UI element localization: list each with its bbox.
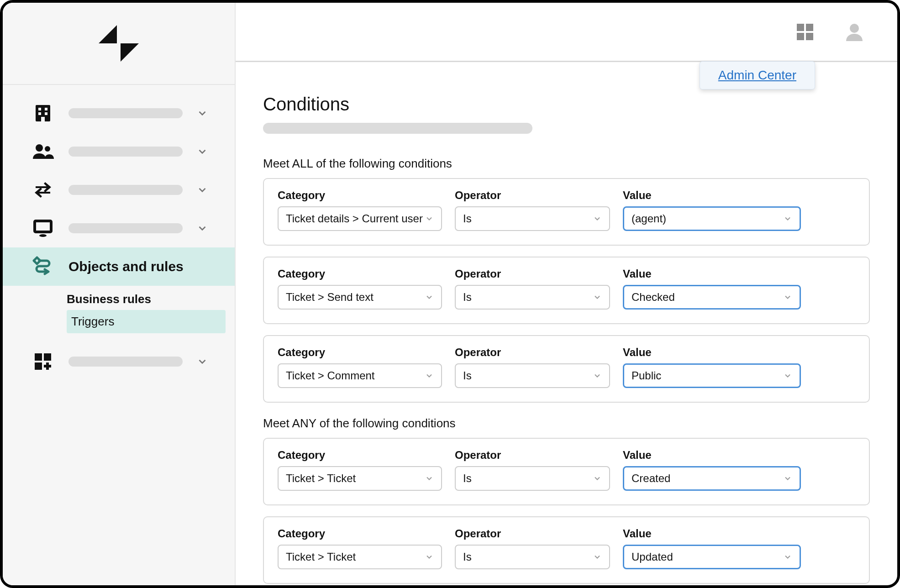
value-value: (agent): [632, 212, 666, 225]
sidebar-item-label: Objects and rules: [68, 259, 184, 274]
sidebar-item-objects-rules[interactable]: Objects and rules: [3, 247, 235, 286]
chevron-down-icon: [425, 371, 434, 380]
operator-value: Is: [463, 369, 472, 382]
operator-select[interactable]: Is: [455, 545, 610, 569]
apps-add-icon: [30, 351, 56, 373]
chevron-down-icon: [593, 293, 602, 302]
content: Conditions Meet ALL of the following con…: [236, 62, 897, 585]
chevron-down-icon: [783, 293, 792, 302]
value-select[interactable]: Updated: [623, 545, 801, 569]
chevron-down-icon: [195, 355, 209, 368]
sidebar-item-account[interactable]: [3, 94, 235, 132]
value-label: Value: [623, 268, 801, 280]
value-label: Value: [623, 527, 801, 540]
value-label: Value: [623, 449, 801, 462]
building-icon: [30, 102, 56, 124]
nav-placeholder: [68, 147, 183, 157]
svg-rect-3: [38, 112, 41, 115]
svg-rect-1: [38, 108, 41, 110]
arrows-exchange-icon: [30, 179, 56, 201]
people-icon: [30, 141, 56, 163]
condition-card: CategoryTicket details > Current userOpe…: [263, 178, 870, 246]
category-select[interactable]: Ticket details > Current user: [278, 206, 442, 231]
category-select[interactable]: Ticket > Ticket: [278, 466, 442, 491]
condition-card: CategoryTicket > Send textOperatorIsValu…: [263, 257, 870, 324]
svg-rect-8: [35, 221, 51, 232]
monitor-icon: [30, 217, 56, 239]
condition-row: CategoryTicket > TicketOperatorIsValueCr…: [278, 449, 855, 491]
condition-row: CategoryTicket > TicketOperatorIsValueUp…: [278, 527, 855, 569]
sidebar: Objects and rules Business rules Trigger…: [3, 3, 236, 585]
user-profile-icon[interactable]: [843, 21, 865, 43]
sidebar-item-people[interactable]: [3, 132, 235, 171]
main: Admin Center Conditions Meet ALL of the …: [236, 3, 897, 585]
chevron-down-icon: [425, 214, 434, 223]
condition-card: CategoryTicket > TicketOperatorIsValueCr…: [263, 438, 870, 505]
operator-select[interactable]: Is: [455, 466, 610, 491]
nav-placeholder: [68, 108, 183, 118]
sidebar-item-apps[interactable]: [3, 342, 235, 381]
category-value: Ticket > Comment: [286, 369, 375, 382]
workflow-icon: [30, 256, 56, 278]
svg-rect-2: [45, 108, 47, 110]
chevron-down-icon: [783, 552, 792, 562]
category-value: Ticket details > Current user: [286, 212, 423, 225]
svg-rect-16: [797, 33, 804, 40]
svg-point-7: [45, 146, 50, 152]
operator-select[interactable]: Is: [455, 206, 610, 231]
subnav-item-triggers[interactable]: Triggers: [67, 310, 226, 333]
category-label: Category: [278, 268, 442, 280]
chevron-down-icon: [783, 474, 792, 483]
category-select[interactable]: Ticket > Comment: [278, 363, 442, 388]
chevron-down-icon: [425, 552, 434, 562]
sidebar-subnav: Business rules Triggers: [3, 286, 235, 333]
svg-rect-12: [44, 353, 51, 361]
sidebar-nav: Objects and rules Business rules Trigger…: [3, 85, 235, 381]
sidebar-item-channels[interactable]: [3, 171, 235, 209]
condition-col-operator: OperatorIs: [455, 449, 610, 491]
zendesk-logo-icon: [96, 25, 142, 62]
chevron-down-icon: [593, 474, 602, 483]
chevron-down-icon: [593, 552, 602, 562]
category-value: Ticket > Ticket: [286, 551, 356, 563]
operator-label: Operator: [455, 449, 610, 462]
category-label: Category: [278, 346, 442, 359]
condition-col-operator: OperatorIs: [455, 189, 610, 231]
admin-center-link[interactable]: Admin Center: [700, 61, 815, 89]
condition-row: CategoryTicket details > Current userOpe…: [278, 189, 855, 231]
value-select[interactable]: (agent): [623, 206, 801, 231]
condition-row: CategoryTicket > Send textOperatorIsValu…: [278, 268, 855, 310]
value-select[interactable]: Public: [623, 363, 801, 388]
condition-col-operator: OperatorIs: [455, 346, 610, 388]
category-value: Ticket > Ticket: [286, 472, 356, 485]
chevron-down-icon: [593, 371, 602, 380]
svg-point-6: [36, 144, 43, 152]
category-label: Category: [278, 527, 442, 540]
svg-rect-11: [35, 353, 42, 361]
topbar: [236, 3, 897, 62]
category-label: Category: [278, 189, 442, 202]
chevron-down-icon: [195, 145, 209, 158]
category-select[interactable]: Ticket > Send text: [278, 285, 442, 310]
svg-point-9: [39, 234, 47, 237]
operator-select[interactable]: Is: [455, 363, 610, 388]
operator-label: Operator: [455, 189, 610, 202]
products-grid-icon[interactable]: [794, 21, 816, 43]
operator-value: Is: [463, 291, 472, 304]
chevron-down-icon: [195, 183, 209, 197]
subtitle-placeholder: [263, 123, 532, 134]
condition-col-category: CategoryTicket > Ticket: [278, 449, 442, 491]
svg-rect-15: [806, 24, 813, 31]
logo-area: [3, 3, 235, 85]
value-select[interactable]: Created: [623, 466, 801, 491]
operator-select[interactable]: Is: [455, 285, 610, 310]
all-conditions-list: CategoryTicket details > Current userOpe…: [263, 178, 870, 403]
sidebar-item-workspaces[interactable]: [3, 209, 235, 247]
nav-placeholder: [68, 357, 183, 367]
condition-col-value: ValueChecked: [623, 268, 801, 310]
value-select[interactable]: Checked: [623, 285, 801, 310]
category-select[interactable]: Ticket > Ticket: [278, 545, 442, 569]
condition-col-value: Value(agent): [623, 189, 801, 231]
chevron-down-icon: [425, 293, 434, 302]
category-value: Ticket > Send text: [286, 291, 374, 304]
